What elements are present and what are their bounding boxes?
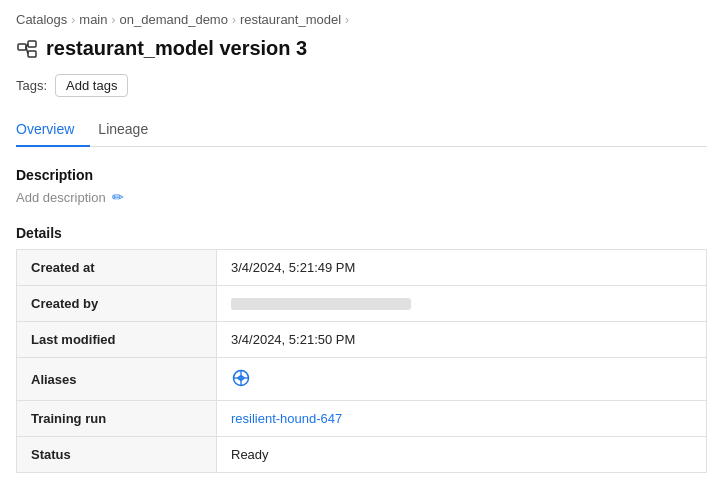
svg-rect-0 xyxy=(18,44,26,50)
details-value-last-modified: 3/4/2024, 5:21:50 PM xyxy=(217,322,707,358)
details-value-created-at: 3/4/2024, 5:21:49 PM xyxy=(217,250,707,286)
alias-icon[interactable] xyxy=(231,368,251,388)
description-section-title: Description xyxy=(16,167,707,183)
svg-line-4 xyxy=(26,47,28,54)
breadcrumb-item-main[interactable]: main xyxy=(79,12,107,27)
breadcrumb-sep-1: › xyxy=(71,13,75,27)
description-section: Description Add description ✏ xyxy=(16,167,707,205)
model-icon xyxy=(16,38,38,60)
breadcrumb-item-restaurant-model[interactable]: restaurant_model xyxy=(240,12,341,27)
redacted-bar xyxy=(231,298,411,310)
details-key-aliases: Aliases xyxy=(17,358,217,401)
breadcrumb: Catalogs › main › on_demand_demo › resta… xyxy=(16,12,707,27)
details-value-training-run: resilient-hound-647 xyxy=(217,401,707,437)
tab-overview[interactable]: Overview xyxy=(16,113,90,147)
tabs-bar: Overview Lineage xyxy=(16,113,707,147)
svg-rect-2 xyxy=(28,51,36,57)
details-value-status: Ready xyxy=(217,437,707,473)
page-title: restaurant_model version 3 xyxy=(46,37,307,60)
details-key-created-by: Created by xyxy=(17,286,217,322)
details-section: Details Created at 3/4/2024, 5:21:49 PM … xyxy=(16,225,707,473)
tab-lineage[interactable]: Lineage xyxy=(98,113,164,147)
tags-label: Tags: xyxy=(16,78,47,93)
details-key-created-at: Created at xyxy=(17,250,217,286)
add-tags-button[interactable]: Add tags xyxy=(55,74,128,97)
details-table: Created at 3/4/2024, 5:21:49 PM Created … xyxy=(16,249,707,473)
breadcrumb-sep-4: › xyxy=(345,13,349,27)
svg-rect-1 xyxy=(28,41,36,47)
page-title-row: restaurant_model version 3 xyxy=(16,37,707,60)
breadcrumb-sep-2: › xyxy=(112,13,116,27)
table-row: Status Ready xyxy=(17,437,707,473)
training-run-link[interactable]: resilient-hound-647 xyxy=(231,411,342,426)
tags-row: Tags: Add tags xyxy=(16,74,707,97)
page-container: Catalogs › main › on_demand_demo › resta… xyxy=(0,0,723,501)
details-value-aliases xyxy=(217,358,707,401)
table-row: Created at 3/4/2024, 5:21:49 PM xyxy=(17,250,707,286)
table-row: Aliases xyxy=(17,358,707,401)
breadcrumb-item-catalogs[interactable]: Catalogs xyxy=(16,12,67,27)
details-key-status: Status xyxy=(17,437,217,473)
description-row: Add description ✏ xyxy=(16,189,707,205)
breadcrumb-sep-3: › xyxy=(232,13,236,27)
breadcrumb-item-on-demand-demo[interactable]: on_demand_demo xyxy=(120,12,228,27)
table-row: Last modified 3/4/2024, 5:21:50 PM xyxy=(17,322,707,358)
details-section-title: Details xyxy=(16,225,707,241)
table-row: Training run resilient-hound-647 xyxy=(17,401,707,437)
details-key-training-run: Training run xyxy=(17,401,217,437)
details-key-last-modified: Last modified xyxy=(17,322,217,358)
edit-description-icon[interactable]: ✏ xyxy=(112,189,124,205)
table-row: Created by xyxy=(17,286,707,322)
description-placeholder: Add description xyxy=(16,190,106,205)
details-value-created-by xyxy=(217,286,707,322)
